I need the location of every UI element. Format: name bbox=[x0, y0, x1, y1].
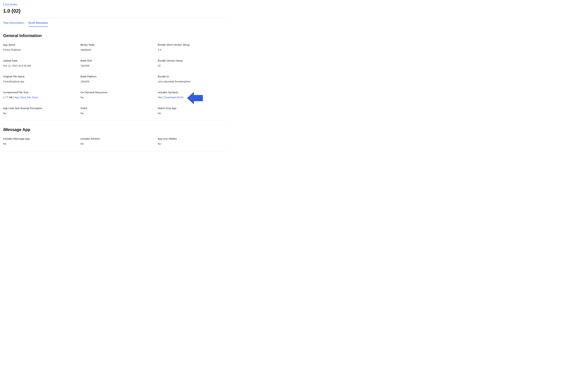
section-title-imessage: iMessage App bbox=[3, 127, 228, 132]
field-sirikit: SiriKit No bbox=[80, 107, 151, 115]
section-divider bbox=[3, 120, 228, 121]
field-value: Yes | Download dSYM bbox=[158, 96, 228, 99]
field-value: No bbox=[158, 142, 228, 145]
field-compressed-file-size: Compressed File Size 1.77 MB | App Store… bbox=[3, 91, 73, 99]
field-original-file-name: Original File Name ForestExplorer.ipa bbox=[3, 75, 73, 83]
section-general-information: General Information App Name Forest Expl… bbox=[3, 33, 228, 115]
field-value: No bbox=[3, 142, 73, 145]
field-value: com.naturelab.forestexplorer bbox=[158, 80, 228, 83]
field-build-platform: Build Platform 19A339 bbox=[80, 75, 151, 83]
download-dsym-link[interactable]: Download dSYM bbox=[164, 96, 183, 99]
field-bundle-short-version: Bundle Short Version String 1.0 bbox=[158, 43, 228, 51]
field-label: App Uses Non-Exempt Encryption bbox=[3, 107, 73, 110]
section-title-general: General Information bbox=[3, 33, 228, 38]
field-value: Oct 11, 2021 at 8:26 AM bbox=[3, 64, 73, 67]
field-label: Build Platform bbox=[80, 75, 151, 78]
field-label: Bundle Short Version String bbox=[158, 43, 228, 46]
field-binary-state: Binary State Validated bbox=[80, 43, 151, 51]
field-value: 19A339 bbox=[80, 64, 151, 67]
field-label: Bundle ID bbox=[158, 75, 228, 78]
field-value: 19A339 bbox=[80, 80, 151, 83]
section-divider bbox=[3, 151, 228, 151]
field-label: Includes iMessage App bbox=[3, 137, 73, 140]
field-build-sdk: Build SDK 19A339 bbox=[80, 59, 151, 67]
field-label: Upload Date bbox=[3, 59, 73, 62]
field-label: Bundle Version String bbox=[158, 59, 228, 62]
field-includes-imessage-app: Includes iMessage App No bbox=[3, 137, 73, 145]
field-app-icon-hidden: App Icon Hidden No bbox=[158, 137, 228, 145]
field-label: Includes Symbols bbox=[158, 91, 228, 94]
field-label: App Icon Hidden bbox=[158, 137, 228, 140]
general-grid: App Name Forest Explorer Binary State Va… bbox=[3, 43, 228, 115]
field-value: No bbox=[3, 112, 73, 115]
chevron-left-icon bbox=[3, 3, 4, 6]
field-label: On Demand Resources bbox=[80, 91, 151, 94]
field-bundle-version: Bundle Version String 02 bbox=[158, 59, 228, 67]
back-link-label: iOS Builds bbox=[5, 2, 17, 6]
field-value: 02 bbox=[158, 64, 228, 67]
value-prefix: 1.77 MB | bbox=[3, 96, 15, 99]
field-value: 1.77 MB | App Store File Sizes bbox=[3, 96, 73, 99]
field-includes-symbols: Includes Symbols Yes | Download dSYM bbox=[158, 91, 228, 99]
field-on-demand-resources: On Demand Resources No bbox=[80, 91, 151, 99]
field-label: SiriKit bbox=[80, 107, 151, 110]
back-link[interactable]: iOS Builds bbox=[3, 2, 17, 6]
section-imessage-app: iMessage App Includes iMessage App No In… bbox=[3, 127, 228, 145]
field-label: Includes Stickers bbox=[80, 137, 151, 140]
field-app-name: App Name Forest Explorer bbox=[3, 43, 73, 51]
tabs: Test Information Build Metadata bbox=[3, 18, 228, 27]
field-non-exempt-encryption: App Uses Non-Exempt Encryption No bbox=[3, 107, 73, 115]
app-store-file-sizes-link[interactable]: App Store File Sizes bbox=[15, 96, 38, 99]
field-value: No bbox=[80, 112, 151, 115]
field-value: No bbox=[80, 142, 151, 145]
field-value: Validated bbox=[80, 48, 151, 51]
field-value: ForestExplorer.ipa bbox=[3, 80, 73, 83]
field-label: App Name bbox=[3, 43, 73, 46]
field-label: Original File Name bbox=[3, 75, 73, 78]
field-value: No bbox=[158, 112, 228, 115]
field-label: Watch-Only App bbox=[158, 107, 228, 110]
field-label: Binary State bbox=[80, 43, 151, 46]
tab-test-information[interactable]: Test Information bbox=[3, 21, 24, 27]
field-label: Build SDK bbox=[80, 59, 151, 62]
imessage-grid: Includes iMessage App No Includes Sticke… bbox=[3, 137, 228, 145]
field-value: Forest Explorer bbox=[3, 48, 73, 51]
field-label: Compressed File Size bbox=[3, 91, 73, 94]
field-value: No bbox=[80, 96, 151, 99]
field-bundle-id: Bundle ID com.naturelab.forestexplorer bbox=[158, 75, 228, 83]
page-title: 1.0 (02) bbox=[3, 8, 228, 14]
page-root: iOS Builds 1.0 (02) Test Information Bui… bbox=[0, 0, 231, 165]
field-upload-date: Upload Date Oct 11, 2021 at 8:26 AM bbox=[3, 59, 73, 67]
field-value: 1.0 bbox=[158, 48, 228, 51]
field-watch-only-app: Watch-Only App No bbox=[158, 107, 228, 115]
value-prefix: Yes | bbox=[158, 96, 164, 99]
tab-build-metadata[interactable]: Build Metadata bbox=[28, 21, 48, 27]
field-includes-stickers: Includes Stickers No bbox=[80, 137, 151, 145]
